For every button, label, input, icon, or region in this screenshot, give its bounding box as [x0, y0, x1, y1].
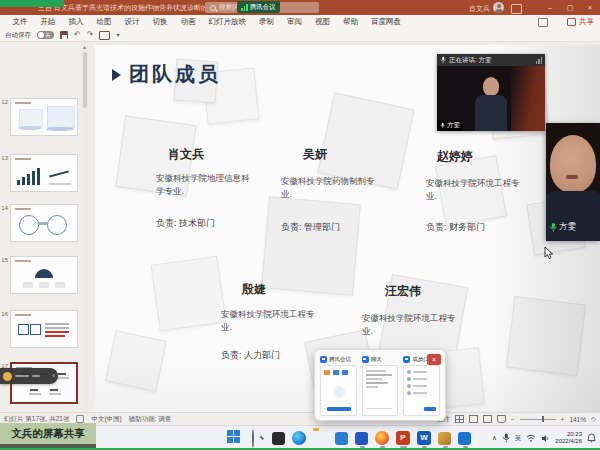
- share-button[interactable]: 共享: [567, 16, 594, 28]
- tab-animations[interactable]: 动画: [174, 17, 202, 27]
- reading-view-icon[interactable]: [483, 415, 492, 423]
- member-role[interactable]: 负责: 技术部门: [156, 217, 215, 230]
- slide-thumbnail-14[interactable]: [10, 204, 78, 242]
- member-name[interactable]: 肖文兵: [168, 146, 204, 163]
- notification-bell-icon[interactable]: [587, 433, 596, 443]
- member-role[interactable]: 负责: 管理部门: [281, 221, 340, 234]
- fit-slide-icon[interactable]: ◇: [591, 415, 596, 423]
- screen-share-banner[interactable]: 文兵的屏幕共享: [0, 423, 96, 444]
- tray-mic-icon[interactable]: [502, 433, 510, 443]
- autosave-state: 关: [45, 32, 51, 39]
- member-desc[interactable]: 安徽科技学院地理信息科学专业.: [156, 172, 250, 198]
- yellow-app-icon[interactable]: [438, 432, 451, 445]
- zoom-slider[interactable]: [520, 419, 556, 420]
- tab-slideshow[interactable]: 幻灯片放映: [202, 17, 253, 27]
- thumb-number: 12: [1, 99, 8, 105]
- tab-file[interactable]: 文件: [6, 17, 34, 27]
- slide-title-block[interactable]: 团队成员: [112, 61, 221, 88]
- scrollbar-thumb[interactable]: [83, 52, 87, 108]
- volume-icon[interactable]: [541, 434, 550, 443]
- tab-insert[interactable]: 插入: [62, 17, 90, 27]
- taskbar-search-icon[interactable]: [250, 430, 265, 445]
- preview-thumbnail[interactable]: [362, 365, 399, 416]
- tab-record[interactable]: 录制: [253, 17, 281, 27]
- member-name[interactable]: 吴妍: [303, 146, 327, 163]
- close-button[interactable]: ×: [580, 0, 600, 15]
- meeting-mini-bar[interactable]: ‹: [0, 368, 58, 384]
- tab-design[interactable]: 设计: [118, 17, 146, 27]
- mail-app-icon[interactable]: [335, 432, 348, 445]
- member-role[interactable]: 负责: 财务部门: [426, 221, 485, 234]
- edge-icon[interactable]: [292, 431, 306, 445]
- zoom-slider-knob[interactable]: [542, 416, 545, 422]
- preview-meeting-window[interactable]: 腾讯会议: [320, 354, 357, 416]
- tab-view[interactable]: 视图: [309, 17, 337, 27]
- tab-transitions[interactable]: 切换: [146, 17, 174, 27]
- tencent-meeting-badge[interactable]: 腾讯会议: [237, 1, 280, 13]
- accessibility-checker-icon[interactable]: [76, 415, 84, 423]
- speaker-video[interactable]: 方雯: [437, 66, 545, 131]
- tab-review[interactable]: 审阅: [281, 17, 309, 27]
- file-explorer-icon[interactable]: [313, 430, 328, 445]
- slide-thumbnail-13[interactable]: [10, 154, 78, 192]
- tab-home[interactable]: 开始: [34, 17, 62, 27]
- tray-expand-chevron[interactable]: ∧: [492, 434, 497, 442]
- save-icon[interactable]: [60, 31, 68, 39]
- ribbon-display-options-icon[interactable]: [511, 4, 522, 14]
- meeting-speaker-window[interactable]: 正在讲话: 方雯 方雯: [437, 54, 545, 131]
- task-view-icon[interactable]: [272, 432, 285, 445]
- member-desc[interactable]: 安徽科技学院环境工程专业.: [362, 312, 456, 338]
- tencent-meeting-icon: [403, 356, 410, 363]
- tab-draw[interactable]: 绘图: [90, 17, 118, 27]
- meeting-side-video-window[interactable]: 方雯: [546, 123, 600, 241]
- slide-thumbnail-15[interactable]: [10, 256, 78, 294]
- member-desc[interactable]: 安徽科技学院药物制剂专业.: [281, 175, 375, 201]
- photos-app-icon[interactable]: [458, 432, 471, 445]
- slide-sorter-view-icon[interactable]: [469, 415, 478, 423]
- clock[interactable]: 20:23 2022/4/26: [555, 431, 582, 446]
- scroll-up-icon[interactable]: ▴: [83, 43, 86, 50]
- autosave-toggle[interactable]: 关: [37, 31, 54, 39]
- firefox-icon[interactable]: [375, 431, 389, 445]
- member-desc[interactable]: 安徽科技学院环境工程专业.: [426, 177, 520, 203]
- blue-app-icon[interactable]: [355, 432, 368, 445]
- qat-customize-icon[interactable]: ▾: [116, 32, 119, 38]
- zoom-in-icon[interactable]: +: [561, 416, 565, 423]
- slideshow-view-icon[interactable]: [497, 415, 506, 423]
- zoom-level[interactable]: 141%: [569, 416, 586, 423]
- member-role[interactable]: 负责: 人力部门: [221, 349, 280, 362]
- zoom-out-icon[interactable]: −: [511, 416, 515, 423]
- member-name[interactable]: 赵婷婷: [437, 148, 473, 165]
- member-name[interactable]: 殷婕: [242, 281, 266, 298]
- word-icon[interactable]: W: [417, 431, 431, 445]
- slide-thumbnail-16[interactable]: [10, 310, 78, 348]
- minimize-button[interactable]: –: [540, 0, 560, 15]
- member-desc[interactable]: 安徽科技学院环境工程专业.: [221, 308, 315, 334]
- tab-baidu-netdisk[interactable]: 百度网盘: [365, 17, 408, 27]
- account-name[interactable]: 肖文兵: [469, 4, 490, 14]
- collapse-chevron-icon[interactable]: ‹: [52, 372, 55, 380]
- account-avatar[interactable]: [493, 2, 504, 13]
- preview-thumbnail[interactable]: [320, 365, 357, 416]
- redo-icon[interactable]: ↷: [87, 31, 94, 39]
- preview-thumbnail[interactable]: [403, 365, 440, 416]
- normal-view-icon[interactable]: [455, 415, 464, 423]
- screen-share-border-top: [0, 0, 64, 7]
- preview-chat-window[interactable]: 聊天: [362, 354, 399, 416]
- preview-close-button[interactable]: ×: [427, 354, 441, 365]
- mic-icon: [440, 56, 446, 64]
- start-slideshow-icon[interactable]: [99, 31, 110, 40]
- thumbnail-scrollbar[interactable]: ▴: [81, 42, 88, 412]
- tab-help[interactable]: 帮助: [337, 17, 365, 27]
- maximize-button[interactable]: ▢: [560, 0, 580, 15]
- input-language-indicator[interactable]: 英: [515, 434, 522, 443]
- member-name[interactable]: 汪宏伟: [385, 283, 421, 300]
- accessibility-status[interactable]: 辅助功能: 调查: [129, 415, 172, 424]
- undo-icon[interactable]: ↶: [74, 31, 81, 39]
- slide-thumbnail-12[interactable]: [10, 98, 78, 136]
- ribbon-tab-bar: 文件 开始 插入 绘图 设计 切换 动画 幻灯片放映 录制 审阅 视图 帮助 百…: [0, 15, 600, 29]
- powerpoint-icon[interactable]: P: [396, 431, 410, 445]
- start-button[interactable]: [226, 429, 243, 446]
- wifi-icon[interactable]: [526, 434, 536, 442]
- comments-icon[interactable]: [538, 18, 548, 27]
